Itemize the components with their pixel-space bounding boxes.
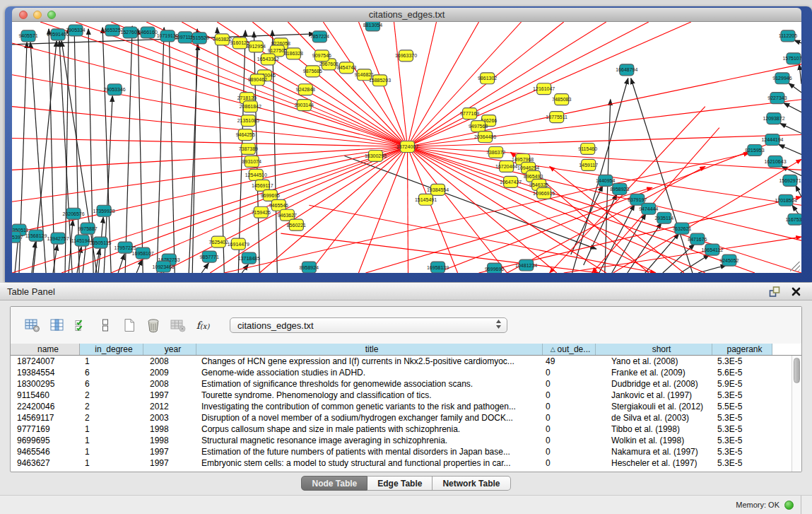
column-header-name[interactable]: name: [11, 344, 80, 355]
graph-node[interactable]: 9875685: [303, 66, 322, 77]
graph-node[interactable]: 9405571: [18, 30, 37, 42]
float-panel-icon[interactable]: [769, 286, 780, 297]
graph-node[interactable]: 8813054: [363, 22, 382, 31]
new-table-icon[interactable]: [122, 318, 136, 332]
graph-node[interactable]: 9857771: [200, 251, 219, 262]
close-panel-icon[interactable]: [792, 287, 801, 296]
graph-node[interactable]: 13718485: [238, 252, 260, 264]
graph-node[interactable]: 7515520: [190, 33, 209, 44]
table-row[interactable]: 969969511998Structural magnetic resonanc…: [11, 435, 801, 446]
table-row[interactable]: 1938455462009Genome-wide association stu…: [11, 367, 801, 378]
graph-node[interactable]: 9699696: [485, 263, 504, 273]
show-column-icon[interactable]: [50, 318, 64, 332]
graph-node[interactable]: 8958923: [610, 183, 629, 194]
graph-node[interactable]: 9115460: [578, 144, 597, 155]
minimize-button[interactable]: [33, 11, 42, 19]
graph-node[interactable]: 9129946: [772, 73, 792, 84]
graph-node[interactable]: 15692971: [779, 175, 801, 186]
column-header-year[interactable]: year: [143, 344, 196, 355]
column-header-pagerank[interactable]: pagerank: [712, 344, 772, 355]
graph-node[interactable]: 1440954: [596, 175, 615, 186]
graph-node[interactable]: 7632621: [672, 223, 691, 234]
graph-node[interactable]: 1527607: [121, 27, 140, 38]
graph-node[interactable]: 8958924: [300, 262, 319, 273]
column-header-title[interactable]: title: [196, 344, 543, 355]
graph-node[interactable]: 7386372: [486, 147, 505, 158]
function-builder-icon[interactable]: f(x): [196, 320, 210, 331]
graph-node[interactable]: 9464255: [236, 129, 255, 141]
graph-node[interactable]: 29053346: [104, 84, 126, 95]
network-canvas[interactable]: 1872400774638229160123891295482260589127…: [12, 22, 801, 273]
column-header-out_de[interactable]: △out_de...: [543, 344, 596, 355]
graph-node[interactable]: 8560221: [287, 219, 306, 230]
table-source-select[interactable]: citations_edges.txt: [230, 317, 507, 333]
tab-node-table[interactable]: Node Table: [301, 476, 367, 491]
graph-node[interactable]: 6466160: [139, 27, 158, 38]
graph-node[interactable]: 2903144: [295, 100, 314, 111]
graph-node[interactable]: 8215953: [745, 145, 764, 156]
graph-node[interactable]: 9097546: [312, 50, 331, 62]
graph-node[interactable]: 7857224: [310, 31, 329, 42]
graph-node[interactable]: 10654112: [702, 244, 724, 255]
graph-node[interactable]: 9890462: [248, 74, 267, 86]
graph-node[interactable]: 16210643: [764, 156, 786, 167]
graph-node[interactable]: 12161047: [533, 83, 555, 95]
graph-node[interactable]: 16914479: [228, 238, 249, 250]
table-row[interactable]: 946554611997Estimation of the future num…: [11, 446, 801, 457]
graph-node[interactable]: 20364486: [474, 132, 496, 143]
tab-network-table[interactable]: Network Table: [433, 476, 510, 491]
graph-node[interactable]: 9497568: [469, 121, 488, 132]
scrollbar-thumb[interactable]: [794, 358, 800, 383]
tab-edge-table[interactable]: Edge Table: [367, 476, 433, 491]
graph-node[interactable]: 9227343: [767, 93, 787, 104]
table-row[interactable]: 977716911998Corpus callosum shape and si…: [11, 424, 801, 435]
graph-node[interactable]: 18775511: [546, 112, 567, 123]
graph-node[interactable]: 8454743: [337, 62, 356, 74]
graph-node[interactable]: 1167533: [786, 214, 801, 225]
table-row[interactable]: 2242004622012Investigating the contribut…: [11, 401, 801, 412]
window-titlebar[interactable]: citations_edges.txt: [12, 8, 801, 22]
table-row[interactable]: 911546021997Tourette syndrome. Phenomeno…: [11, 390, 801, 401]
graph-node[interactable]: 7387389: [239, 144, 258, 155]
graph-node[interactable]: 8186328: [284, 48, 303, 59]
graph-node[interactable]: 8931074: [242, 156, 261, 167]
graph-node[interactable]: 9777169: [460, 108, 479, 119]
graph-node[interactable]: 7625402: [209, 236, 228, 247]
resize-grip-icon[interactable]: [790, 262, 800, 271]
graph-node[interactable]: 8912954: [247, 41, 266, 52]
table-row[interactable]: 1872400712008Changes of HCN gene express…: [11, 356, 801, 367]
graph-node[interactable]: 15751074: [782, 53, 801, 64]
zoom-button[interactable]: [47, 11, 56, 19]
table-scrollbar[interactable]: [792, 356, 801, 472]
table-row[interactable]: 1456911722003Disruption of a novel membe…: [11, 412, 801, 424]
graph-node[interactable]: 9242848: [296, 84, 315, 95]
graph-node[interactable]: 10647427: [500, 176, 522, 187]
graph-node[interactable]: 7485083: [552, 94, 571, 105]
graph-node[interactable]: 16958139: [427, 262, 449, 273]
column-header-short[interactable]: short: [596, 344, 712, 355]
select-columns-icon[interactable]: [74, 318, 88, 332]
row-height-icon[interactable]: [98, 318, 112, 332]
graph-node[interactable]: 10481234: [515, 259, 537, 271]
graph-node[interactable]: 16648794: [616, 64, 637, 76]
network-graph[interactable]: 1872400774638229160123891295482260589127…: [12, 22, 801, 273]
graph-node[interactable]: 1112205: [779, 30, 797, 42]
graph-node[interactable]: 9474444: [639, 203, 658, 214]
close-button[interactable]: [19, 11, 28, 19]
graph-node[interactable]: 7159426: [252, 206, 271, 218]
graph-node[interactable]: 12093872: [763, 113, 784, 124]
graph-node[interactable]: 12544510: [245, 169, 267, 180]
graph-node[interactable]: 9861302: [478, 73, 497, 84]
graph-node[interactable]: 2905334: [66, 25, 85, 36]
graph-node[interactable]: 2935114: [654, 212, 673, 223]
graph-node[interactable]: 9975887: [78, 223, 97, 234]
table-row[interactable]: 946362711997Embryonic stem cells: a mode…: [11, 457, 801, 469]
table-row[interactable]: 1830029562008Estimation of significance …: [11, 378, 801, 390]
graph-node[interactable]: 9245052: [719, 255, 739, 266]
graph-node[interactable]: 7463822: [213, 34, 232, 45]
column-header-in_degree[interactable]: in_degree: [80, 344, 143, 355]
graph-node[interactable]: 1459117: [579, 159, 598, 170]
graph-node[interactable]: 8471676: [688, 233, 707, 245]
delete-icon[interactable]: [146, 318, 160, 333]
table-settings-icon[interactable]: [25, 318, 40, 332]
